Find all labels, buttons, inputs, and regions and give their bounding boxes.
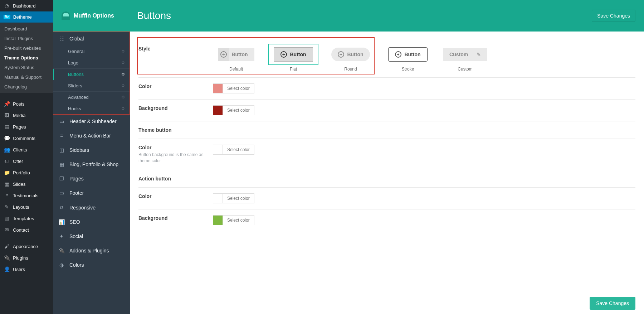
mo-section-label: Header & Subheader: [69, 119, 117, 124]
mo-section-sidebars[interactable]: ◫Sidebars: [53, 143, 130, 157]
color-swatch[interactable]: [213, 145, 223, 155]
color-swatch[interactable]: [213, 215, 223, 225]
option-label-background: Background: [138, 105, 213, 111]
sidebar-item-plugins[interactable]: 🔌Plugins: [0, 252, 53, 264]
muffin-options-brand: Muffin Options: [62, 11, 130, 20]
mo-section-label: Responsive: [69, 205, 96, 211]
sidebar-item-label: Contact: [13, 227, 29, 233]
arrow-circle-icon: ➔: [338, 51, 344, 58]
sidebar-item-media[interactable]: 🖼Media: [0, 110, 53, 121]
mo-sub-logo[interactable]: Logo⚙: [53, 57, 130, 69]
page-icon: ▤: [4, 124, 10, 130]
sidebar-sub-prebuilt[interactable]: Pre-built websites: [0, 43, 53, 53]
sidebar-item-label: Pages: [13, 124, 26, 130]
sidebar-item-templates[interactable]: ▧Templates: [0, 213, 53, 224]
select-color-button[interactable]: Select color: [223, 83, 254, 93]
mo-sub-advanced[interactable]: Advanced⚙: [53, 92, 130, 103]
sidebar-sub-theme-options[interactable]: Theme Options: [0, 53, 53, 63]
save-changes-button-bottom[interactable]: Save Changes: [590, 297, 635, 310]
sidebar-item-posts[interactable]: 📌Posts: [0, 98, 53, 110]
style-caption: Custom: [442, 67, 488, 72]
option-label-color-action: Color: [138, 193, 213, 199]
sidebar-item-label: Appearance: [13, 244, 38, 249]
mo-subsection-global: General⚙ Logo⚙ Buttons⚙ Sliders⚙ Advance…: [53, 46, 130, 114]
color-swatch[interactable]: [213, 193, 223, 203]
style-option-custom[interactable]: Custom ✎ Custom: [442, 46, 488, 72]
sidebar-item-portfolio[interactable]: 📁Portfolio: [0, 167, 53, 178]
sidebar-item-label: Dashboard: [13, 3, 36, 9]
save-changes-button-top[interactable]: Save Changes: [592, 10, 635, 22]
sidebar-item-label: Betheme: [13, 14, 32, 20]
wp-admin-sidebar: ◔Dashboard BeBetheme Dashboard Install P…: [0, 0, 53, 314]
sidebar-item-clients[interactable]: 👥Clients: [0, 144, 53, 155]
arrow-circle-icon: ➔: [220, 51, 227, 58]
sidebar-item-contact[interactable]: ✉Contact: [0, 224, 53, 236]
mo-sub-hooks[interactable]: Hooks⚙: [53, 103, 130, 114]
sidebar-item-layouts[interactable]: ✎Layouts: [0, 201, 53, 213]
gear-icon: ⚙: [121, 61, 125, 65]
mo-sub-general[interactable]: General⚙: [53, 46, 130, 57]
mo-section-menu-action[interactable]: ≡Menu & Action Bar: [53, 129, 130, 143]
sidebar-sub-dashboard[interactable]: Dashboard: [0, 24, 53, 34]
mo-sub-label: Advanced: [68, 95, 89, 100]
muffin-options-sidebar: ☷Global General⚙ Logo⚙ Buttons⚙ Sliders⚙…: [53, 32, 130, 314]
mo-section-header-subheader[interactable]: ▭Header & Subheader: [53, 114, 130, 129]
sidebar-sub-system-status[interactable]: System Status: [0, 63, 53, 72]
style-caption: Stroke: [385, 67, 431, 72]
sidebar-item-dashboard[interactable]: ◔Dashboard: [0, 0, 53, 11]
sidebar-item-offer[interactable]: 🏷Offer: [0, 155, 53, 167]
brand-label: Muffin Options: [74, 13, 114, 19]
mo-sub-sliders[interactable]: Sliders⚙: [53, 80, 130, 92]
options-header-bar: Muffin Options Buttons Save Changes: [53, 0, 644, 32]
mo-section-label: Sidebars: [69, 147, 89, 153]
color-swatch[interactable]: [213, 105, 223, 115]
sidebar-sub-install-plugins[interactable]: Install Plugins: [0, 34, 53, 43]
sidebar-item-betheme[interactable]: BeBetheme: [0, 11, 53, 23]
comment-icon: 💬: [4, 135, 10, 141]
option-label-color: Color: [138, 83, 213, 89]
sidebar-item-users[interactable]: 👤Users: [0, 264, 53, 275]
gear-icon: ⚙: [121, 95, 125, 100]
sample-button-label: Custom: [449, 52, 468, 57]
option-label-background-action: Background: [138, 215, 213, 221]
color-swatch[interactable]: [213, 83, 223, 93]
sidebar-sub-manual-support[interactable]: Manual & Support: [0, 72, 53, 82]
sidebar-sub-changelog[interactable]: Changelog: [0, 82, 53, 92]
select-color-button[interactable]: Select color: [223, 105, 254, 115]
blog-icon: ▦: [58, 161, 65, 167]
select-color-button[interactable]: Select color: [223, 215, 254, 225]
mo-section-blog[interactable]: ▦Blog, Portfolio & Shop: [53, 157, 130, 172]
mo-section-responsive[interactable]: ⧉Responsive: [53, 200, 130, 215]
sidebar-item-appearance[interactable]: 🖌Appearance: [0, 241, 53, 252]
options-body: Style ➔Button Default ➔Button Flat: [130, 32, 644, 314]
quote-icon: ❝: [4, 193, 10, 198]
mo-section-global[interactable]: ☷Global: [53, 32, 130, 46]
mo-section-pages[interactable]: ❐Pages: [53, 172, 130, 186]
mo-section-footer[interactable]: ▭Footer: [53, 186, 130, 200]
section-title-theme-button: Theme button: [138, 121, 635, 139]
sidebar-item-label: Testimonials: [13, 193, 39, 198]
addons-icon: 🔌: [58, 248, 65, 253]
sidebar-item-testimonials[interactable]: ❝Testimonials: [0, 190, 53, 201]
select-color-button[interactable]: Select color: [223, 193, 254, 203]
sidebar-item-comments[interactable]: 💬Comments: [0, 132, 53, 144]
mo-section-social[interactable]: ✦Social: [53, 229, 130, 243]
mo-sub-label: General: [68, 49, 84, 54]
clients-icon: 👥: [4, 147, 10, 153]
pin-icon: 📌: [4, 101, 10, 107]
mo-section-colors[interactable]: ◑Colors: [53, 258, 130, 272]
mo-section-addons[interactable]: 🔌Addons & Plugins: [53, 243, 130, 258]
plug-icon: 🔌: [4, 255, 10, 261]
muffin-logo-icon: [62, 11, 70, 20]
main-content: Muffin Options Buttons Save Changes ☷Glo…: [53, 0, 644, 314]
portfolio-icon: 📁: [4, 170, 10, 175]
sidebar-item-pages[interactable]: ▤Pages: [0, 121, 53, 132]
sample-button-label: Button: [290, 52, 306, 57]
sample-button-label: Button: [404, 52, 420, 57]
style-option-stroke[interactable]: ➔Button Stroke: [385, 46, 431, 72]
select-color-button[interactable]: Select color: [223, 145, 254, 155]
sidebar-item-slides[interactable]: ▦Slides: [0, 178, 53, 190]
mo-section-seo[interactable]: 📊SEO: [53, 215, 130, 229]
media-icon: 🖼: [4, 112, 10, 118]
mo-sub-buttons[interactable]: Buttons⚙: [53, 69, 130, 80]
